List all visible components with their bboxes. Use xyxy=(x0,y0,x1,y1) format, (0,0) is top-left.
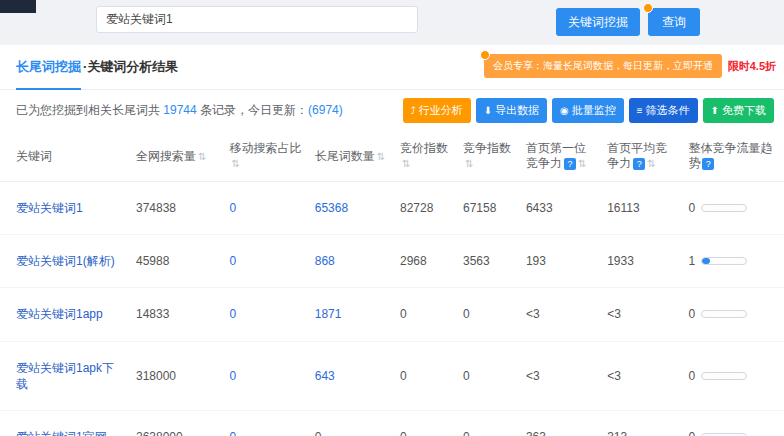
trend-bar xyxy=(701,372,747,380)
table-row: 爱站关键词1官网 2638000 0 0 0 0 363 313 0 xyxy=(0,410,784,436)
table-toolbar: 已为您挖掘到相关长尾词共 19744 条记录，今日更新：(6974) ⤴ 行业分… xyxy=(0,90,784,131)
avg-strength-value: 1933 xyxy=(607,254,634,268)
top1-strength-value: 363 xyxy=(526,430,546,436)
share-icon: ⤴ xyxy=(411,105,416,116)
mobile-ratio-link[interactable]: 0 xyxy=(229,201,236,215)
top1-strength-value: <3 xyxy=(526,369,540,383)
total-search-value: 14833 xyxy=(136,307,169,321)
info-icon[interactable]: ? xyxy=(702,158,714,170)
trend-bar xyxy=(701,310,747,318)
info-icon[interactable]: ? xyxy=(633,158,645,170)
download-icon: ⬇ xyxy=(484,105,492,116)
table-row: 爱站关键词1apk下载 318000 0 643 0 0 <3 <3 0 xyxy=(0,341,784,410)
filter-icon: ≡ xyxy=(637,105,643,116)
compete-index-value: 0 xyxy=(463,307,470,321)
longtail-count-link[interactable]: 643 xyxy=(315,369,335,383)
table-row: 爱站关键词1app 14833 0 1871 0 0 <3 <3 0 xyxy=(0,288,784,341)
trend-value: 1 xyxy=(688,253,695,269)
col-avg-strength[interactable]: 首页平均竞争力?⇅ xyxy=(601,131,682,182)
keyword-search-input[interactable]: 爱站关键词1 xyxy=(96,6,418,33)
table-row: 爱站关键词1(解析) 45988 0 868 2968 3563 193 193… xyxy=(0,235,784,288)
longtail-count-link[interactable]: 868 xyxy=(315,254,335,268)
col-mobile-ratio[interactable]: 移动搜索占比⇅ xyxy=(223,131,308,182)
sort-icon[interactable]: ⇅ xyxy=(198,151,206,162)
trend-value: 0 xyxy=(688,429,695,436)
result-summary: 已为您挖掘到相关长尾词共 19744 条记录，今日更新：(6974) xyxy=(16,102,343,119)
total-search-value: 2638000 xyxy=(136,430,183,436)
main-panel: 长尾词挖掘 ·关键词分析结果 会员专享：海量长尾词数据，每日更新，立即开通 限时… xyxy=(0,45,784,436)
promo-badge-dot xyxy=(480,50,490,60)
notification-badge-dot xyxy=(643,3,653,13)
keyword-table: 关键词 全网搜索量⇅ 移动搜索占比⇅ 长尾词数量⇅ 竞价指数⇅ 竞争指数⇅ 首页… xyxy=(0,131,784,436)
bid-index-value: 0 xyxy=(400,307,407,321)
trend-bar xyxy=(701,204,747,212)
tab-longtail-mining[interactable]: 长尾词挖掘 xyxy=(16,45,81,90)
trend-value: 0 xyxy=(688,368,695,384)
compete-index-value: 0 xyxy=(463,430,470,436)
bid-index-value: 2968 xyxy=(400,254,427,268)
sort-icon[interactable]: ⇅ xyxy=(578,158,586,169)
total-search-value: 318000 xyxy=(136,369,176,383)
keyword-link[interactable]: 爱站关键词1apk下载 xyxy=(16,361,114,391)
query-button[interactable]: 查询 xyxy=(648,8,700,36)
col-keyword: 关键词 xyxy=(0,131,130,182)
info-icon[interactable]: ? xyxy=(564,158,576,170)
keyword-mine-label: 关键词挖掘 xyxy=(568,14,628,31)
batch-monitor-button[interactable]: ◉ 批量监控 xyxy=(552,98,624,123)
compete-index-value: 0 xyxy=(463,369,470,383)
summary-mid: 条记录，今日更新： xyxy=(197,103,308,117)
logo xyxy=(0,0,36,13)
trend-bar xyxy=(701,257,747,265)
industry-analysis-button[interactable]: ⤴ 行业分析 xyxy=(403,98,471,123)
discount-link[interactable]: 限时4.5折 xyxy=(728,59,776,74)
toolbar-buttons: ⤴ 行业分析 ⬇ 导出数据 ◉ 批量监控 ≡ 筛选条件 ⬆ 免费下载 xyxy=(403,98,774,123)
col-bid-index[interactable]: 竞价指数⇅ xyxy=(394,131,457,182)
sort-icon[interactable]: ⇅ xyxy=(231,158,239,169)
compete-index-value: 3563 xyxy=(463,254,490,268)
filter-button[interactable]: ≡ 筛选条件 xyxy=(629,98,698,123)
search-input-value: 爱站关键词1 xyxy=(106,11,173,28)
query-label: 查询 xyxy=(662,14,686,31)
longtail-count-link[interactable]: 0 xyxy=(315,430,322,436)
export-data-button[interactable]: ⬇ 导出数据 xyxy=(476,98,547,123)
vip-promo-banner[interactable]: 会员专享：海量长尾词数据，每日更新，立即开通 xyxy=(484,54,722,78)
col-compete-index[interactable]: 竞争指数⇅ xyxy=(457,131,520,182)
table-header-row: 关键词 全网搜索量⇅ 移动搜索占比⇅ 长尾词数量⇅ 竞价指数⇅ 竞争指数⇅ 首页… xyxy=(0,131,784,182)
mobile-ratio-link[interactable]: 0 xyxy=(229,254,236,268)
keyword-mine-button[interactable]: 关键词挖掘 xyxy=(556,8,640,36)
keyword-link[interactable]: 爱站关键词1(解析) xyxy=(16,254,115,268)
col-top1-strength[interactable]: 首页第一位竞争力?⇅ xyxy=(520,131,601,182)
promo-text: 会员专享：海量长尾词数据，每日更新，立即开通 xyxy=(493,60,713,71)
keyword-link[interactable]: 爱站关键词1官网 xyxy=(16,430,107,436)
mobile-ratio-link[interactable]: 0 xyxy=(229,307,236,321)
col-longtail-count[interactable]: 长尾词数量⇅ xyxy=(309,131,394,182)
sort-icon[interactable]: ⇅ xyxy=(377,151,385,162)
free-download-button[interactable]: ⬆ 免费下载 xyxy=(703,98,774,123)
summary-prefix: 已为您挖掘到相关长尾词共 xyxy=(16,103,163,117)
avg-strength-value: <3 xyxy=(607,369,621,383)
summary-update-link[interactable]: (6974) xyxy=(308,103,343,117)
upload-icon: ⬆ xyxy=(711,105,719,116)
keyword-link[interactable]: 爱站关键词1app xyxy=(16,307,103,321)
monitor-icon: ◉ xyxy=(560,105,569,116)
panel-title-suffix: ·关键词分析结果 xyxy=(83,58,178,76)
total-search-value: 374838 xyxy=(136,201,176,215)
longtail-count-link[interactable]: 65368 xyxy=(315,201,348,215)
top-bar: 爱站关键词1 关键词挖掘 查询 xyxy=(0,0,784,45)
mobile-ratio-link[interactable]: 0 xyxy=(229,430,236,436)
avg-strength-value: <3 xyxy=(607,307,621,321)
sort-icon[interactable]: ⇅ xyxy=(647,158,655,169)
mobile-ratio-link[interactable]: 0 xyxy=(229,369,236,383)
summary-count: 19744 xyxy=(163,103,196,117)
total-search-value: 45988 xyxy=(136,254,169,268)
top1-strength-value: 193 xyxy=(526,254,546,268)
panel-header: 长尾词挖掘 ·关键词分析结果 会员专享：海量长尾词数据，每日更新，立即开通 限时… xyxy=(0,45,784,90)
col-total-search[interactable]: 全网搜索量⇅ xyxy=(130,131,223,182)
longtail-count-link[interactable]: 1871 xyxy=(315,307,342,321)
top1-strength-value: 6433 xyxy=(526,201,553,215)
keyword-link[interactable]: 爱站关键词1 xyxy=(16,201,83,215)
sort-icon[interactable]: ⇅ xyxy=(465,158,473,169)
bid-index-value: 82728 xyxy=(400,201,433,215)
sort-icon[interactable]: ⇅ xyxy=(402,158,410,169)
col-trend[interactable]: 整体竞争流量趋势? xyxy=(682,131,784,182)
